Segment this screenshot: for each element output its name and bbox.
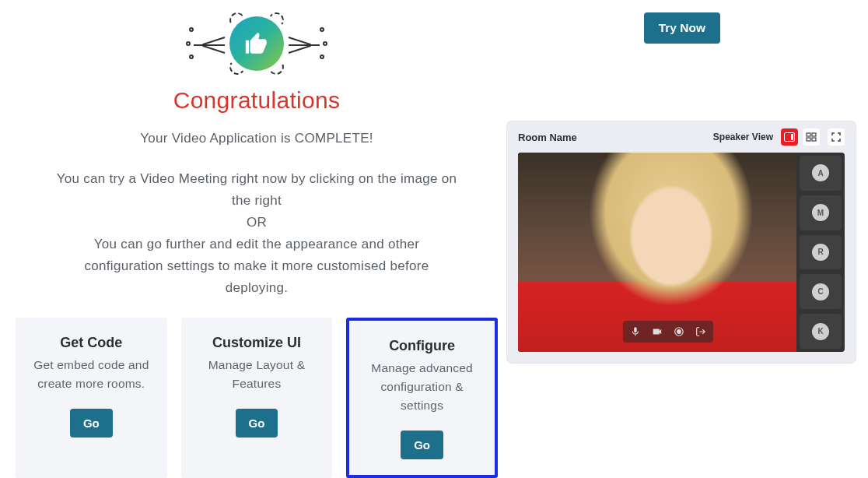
action-cards-row: Get Code Get embed code and create more … <box>16 318 498 478</box>
success-icon <box>198 8 315 79</box>
page-subtitle: Your Video Application is COMPLETE! <box>140 131 373 146</box>
card-title: Customize UI <box>212 335 301 351</box>
avatar: M <box>812 204 829 221</box>
instructions-or: OR <box>247 215 267 230</box>
svg-rect-2 <box>807 133 810 136</box>
svg-point-7 <box>677 330 681 334</box>
leave-button[interactable] <box>691 323 711 340</box>
avatar: R <box>812 244 829 261</box>
video-preview-panel[interactable]: Room Name Speaker View A <box>507 121 856 363</box>
video-control-bar <box>623 321 713 343</box>
card-title: Get Code <box>60 335 122 351</box>
avatar: K <box>812 323 829 340</box>
fullscreen-button[interactable] <box>828 128 845 146</box>
main-video-feed <box>518 153 796 352</box>
speaker-view-button[interactable] <box>781 128 798 146</box>
video-header: Room Name Speaker View <box>507 121 856 153</box>
go-button-get-code[interactable]: Go <box>70 409 113 438</box>
participant-tile[interactable]: R <box>800 235 842 270</box>
card-desc: Manage Layout & Features <box>192 356 322 393</box>
grid-view-button[interactable] <box>803 128 820 146</box>
instructions-line1: You can try a Video Meeting right now by… <box>57 171 457 208</box>
card-title: Configure <box>389 338 455 354</box>
card-get-code: Get Code Get embed code and create more … <box>16 318 167 478</box>
room-name-label: Room Name <box>518 132 577 143</box>
card-desc: Manage advanced configuration & settings <box>360 359 484 415</box>
go-button-customize-ui[interactable]: Go <box>236 409 278 438</box>
try-now-button[interactable]: Try Now <box>644 12 720 44</box>
participant-tile[interactable]: C <box>800 274 842 309</box>
card-desc: Get embed code and create more rooms. <box>26 356 156 393</box>
camera-button[interactable] <box>647 323 667 340</box>
svg-rect-4 <box>807 138 810 141</box>
go-button-configure[interactable]: Go <box>401 431 443 459</box>
participant-tile[interactable]: K <box>800 314 842 349</box>
instructions-text: You can try a Video Meeting right now by… <box>54 168 459 299</box>
participant-tile[interactable]: A <box>800 156 842 191</box>
mic-button[interactable] <box>625 323 646 340</box>
page-title: Congratulations <box>173 87 341 114</box>
svg-rect-1 <box>791 134 793 140</box>
video-stage: A M R C K <box>518 153 845 352</box>
record-button[interactable] <box>669 323 689 340</box>
avatar: C <box>812 283 829 301</box>
card-customize-ui: Customize UI Manage Layout & Features Go <box>181 318 333 478</box>
svg-rect-5 <box>812 138 816 141</box>
participant-tile[interactable]: M <box>800 195 842 230</box>
instructions-line2: You can go further and edit the appearan… <box>85 237 429 295</box>
speaker-view-label: Speaker View <box>713 132 773 142</box>
avatar: A <box>812 164 829 181</box>
svg-rect-3 <box>812 133 816 136</box>
participant-thumbnails: A M R C K <box>800 156 842 349</box>
card-configure: Configure Manage advanced configuration … <box>346 318 498 478</box>
